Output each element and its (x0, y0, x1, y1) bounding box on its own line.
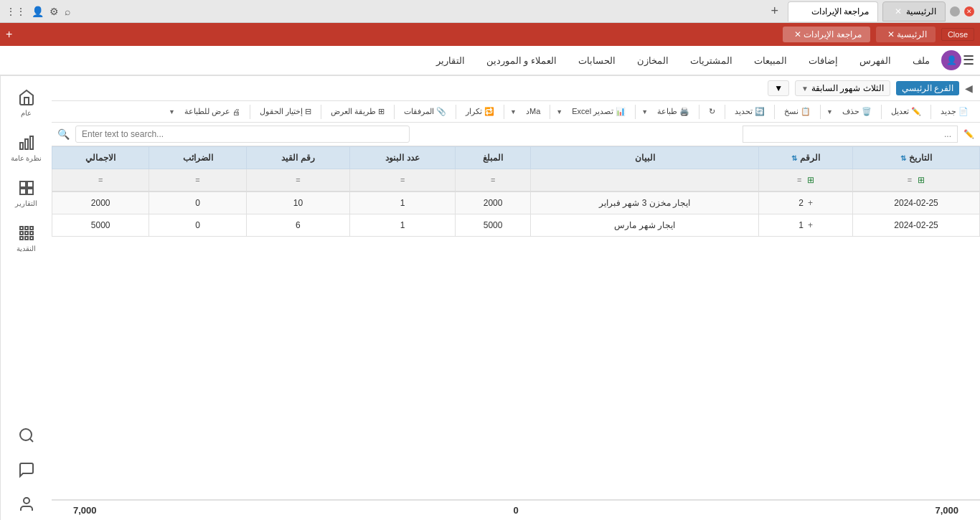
refresh-button[interactable]: ↻ (703, 104, 721, 119)
sidebar-btn-overview[interactable]: نظرة عامة (1, 127, 52, 169)
browser-tab-revenue-close[interactable]: ✕ (800, 6, 807, 16)
home-icon (18, 89, 35, 106)
print-button[interactable]: 🖨️ طباعة (651, 104, 695, 119)
browser-min-btn[interactable] (950, 6, 960, 16)
sep2 (881, 105, 882, 119)
filter-eq-row: ⊞ = ⊞ = = = = (52, 169, 980, 192)
contact-icon (18, 461, 35, 478)
main-container: ◀ الفرع الرئيسي الثلاث شهور السابقة ▼ ▼ … (0, 76, 980, 520)
update-button[interactable]: 🔄 تحديد (729, 104, 771, 119)
sidebar-btn-search[interactable] (1, 420, 52, 451)
extra-filter[interactable]: ▼ (768, 80, 789, 96)
app-tab-home-close[interactable]: ✕ (887, 29, 895, 39)
eq-number: ⊞ = (759, 169, 853, 192)
eq-total: = (52, 169, 149, 192)
map-dropdown-arrow[interactable]: ▼ (508, 105, 519, 118)
repeat-button[interactable]: 🔁 تكرار (460, 104, 500, 119)
nav-item-file[interactable]: ملف (903, 48, 940, 73)
footer-total2: 0 (499, 505, 532, 516)
branch-filter-label: الفرع الرئيسي (902, 83, 953, 93)
app-new-tab-button[interactable]: + (6, 28, 12, 41)
sidebar-btn-contact[interactable] (1, 454, 52, 486)
browser-bar: ✕ الرئيسية ✕ مراجعة الإيرادات ✕ + ⌕ ⚙ 👤 … (0, 0, 980, 23)
attachments-button[interactable]: 📎 المرفقات (398, 104, 452, 119)
th-number[interactable]: الرقم ⇅ (759, 147, 853, 169)
footer-total3: 7,000 (59, 505, 111, 516)
sort-date-icon[interactable]: ⇅ (900, 154, 906, 162)
print-view-button[interactable]: 🖨 عرض للطباعة (179, 104, 246, 119)
nav-item-customers[interactable]: العملاء و الموردين (476, 48, 567, 73)
row1-description: ايجار مخزن 3 شهر فبراير (531, 192, 759, 214)
excel-dropdown-arrow[interactable]: ▼ (554, 105, 565, 118)
table-row[interactable]: 2024-02-25 + 2 ايجار مخزن 3 شهر فبراير 2… (52, 192, 980, 214)
sidebar-btn-cash[interactable]: النقدية (1, 217, 52, 260)
browser-tab-revenue-label: مراجعة الإيرادات (811, 6, 869, 16)
browser-tab-home-close[interactable]: ✕ (895, 6, 902, 16)
new-tab-button[interactable]: + (766, 3, 783, 20)
edit-button[interactable]: ✏️ تعديل (885, 104, 927, 119)
print-view-dropdown-arrow[interactable]: ▼ (166, 105, 177, 118)
th-date[interactable]: التاريخ ⇅ (853, 147, 980, 169)
browser-icons: ⌕ ⚙ 👤 ⋮⋮ (6, 6, 70, 17)
row1-tax: 0 (149, 192, 246, 214)
expand-icon[interactable]: ◀ (965, 82, 973, 94)
branch-filter[interactable]: الفرع الرئيسي (896, 81, 959, 95)
eq-entry-no: = (246, 169, 350, 192)
browser-tab-revenue[interactable]: مراجعة الإيرادات ✕ (788, 1, 878, 22)
delete-icon: 🗑️ (862, 107, 872, 116)
nav-item-accounts[interactable]: الحسابات (568, 48, 626, 73)
app-close-button[interactable]: Close (941, 28, 974, 41)
row1-entry-no: 10 (246, 192, 350, 214)
nav-item-warehouses[interactable]: المخازن (627, 48, 679, 73)
app-tab-revenue-close[interactable]: ✕ (794, 29, 801, 39)
svg-rect-5 (20, 189, 26, 194)
copy-button[interactable]: 📋 نسخ (778, 104, 816, 119)
svg-rect-11 (25, 232, 28, 235)
nav-item-purchases[interactable]: المشتريات (680, 48, 743, 73)
browser-tab-home[interactable]: الرئيسية ✕ (882, 1, 946, 22)
nav-item-sales[interactable]: المبيعات (744, 48, 797, 73)
row1-expand-icon[interactable]: + (808, 198, 813, 208)
note-input[interactable] (743, 126, 958, 143)
print-dropdown-arrow[interactable]: ▼ (639, 105, 650, 118)
row2-date: 2024-02-25 (853, 214, 980, 237)
app-tab-home[interactable]: الرئيسية ✕ (876, 27, 936, 42)
app-title-bar: Close الرئيسية ✕ مراجعة الإيرادات ✕ + (0, 23, 980, 46)
browser-settings-icon[interactable]: ⚙ (50, 6, 59, 17)
delete-dropdown-arrow[interactable]: ▼ (824, 105, 835, 118)
data-table: التاريخ ⇅ الرقم ⇅ البيان (52, 146, 980, 237)
view-button[interactable]: ⊞ طريقة العرض (325, 104, 390, 119)
app-tab-home-label: الرئيسية (897, 29, 927, 39)
browser-apps-icon[interactable]: ⋮⋮ (6, 6, 26, 17)
period-filter[interactable]: الثلاث شهور السابقة ▼ (795, 80, 890, 96)
svg-rect-15 (30, 237, 33, 240)
table-row[interactable]: 2024-02-25 + 1 ايجار شهر مارس 5000 1 6 0 (52, 214, 980, 237)
sort-number-icon[interactable]: ⇅ (791, 154, 797, 162)
excel-button[interactable]: 📊 تصدير Excel (566, 104, 631, 119)
nav-item-additions[interactable]: إضافات (798, 48, 848, 73)
new-button[interactable]: 📄 جديد (935, 104, 974, 119)
sep1 (930, 105, 931, 119)
map-button[interactable]: Maد (520, 104, 546, 119)
person-icon (18, 496, 35, 513)
browser-close-btn[interactable]: ✕ (964, 6, 974, 16)
sep3 (820, 105, 821, 119)
row1-number: + 2 (759, 192, 853, 214)
sidebar-btn-home[interactable]: عام (1, 82, 52, 124)
nav-item-index[interactable]: الفهرس (849, 48, 901, 73)
select-cols-button[interactable]: ⊟ إختيار الحقول (254, 104, 317, 119)
nav-menu-icon[interactable]: ☰ (963, 52, 974, 68)
eq-date-sym: = (908, 176, 912, 184)
svg-rect-1 (25, 139, 28, 149)
nav-item-reports[interactable]: التقارير (426, 48, 475, 73)
row2-total: 5000 (52, 214, 149, 237)
row1-amount: 2000 (456, 192, 531, 214)
sidebar-btn-person[interactable] (1, 488, 52, 520)
delete-button[interactable]: 🗑️ حذف (837, 104, 877, 119)
browser-user-icon[interactable]: 👤 (32, 6, 44, 17)
browser-search-icon[interactable]: ⌕ (65, 6, 70, 17)
row2-expand-icon[interactable]: + (808, 220, 813, 230)
sidebar-btn-reports[interactable]: التقارير (1, 172, 52, 214)
app-tab-revenue[interactable]: مراجعة الإيرادات ✕ (783, 27, 870, 42)
search-input[interactable] (75, 126, 410, 143)
